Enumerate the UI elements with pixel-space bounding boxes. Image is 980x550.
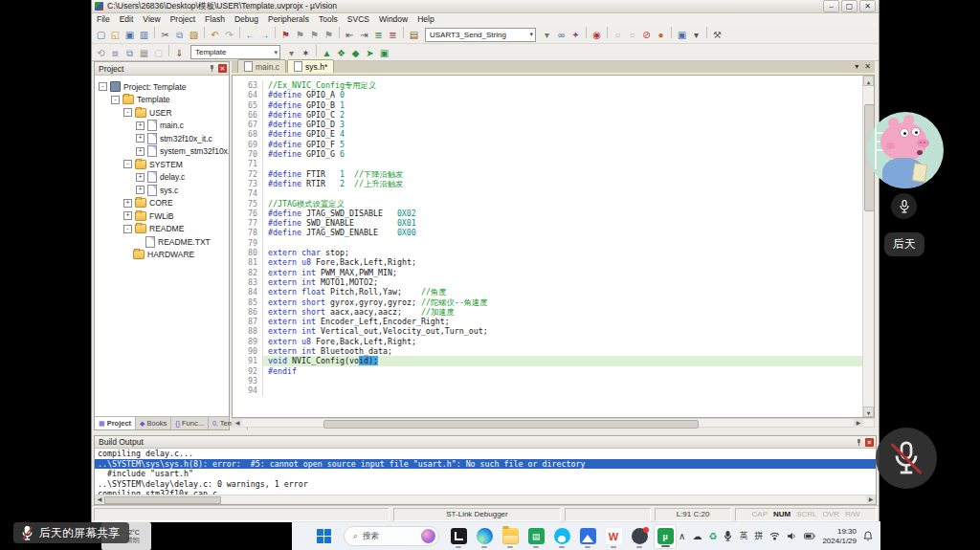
expand-icon[interactable]: + <box>136 186 145 194</box>
menu-project[interactable]: Project <box>166 13 200 26</box>
editor-tab-mainc[interactable]: main.c <box>237 59 286 73</box>
pin-icon[interactable] <box>856 439 862 446</box>
maximize-button[interactable]: ▢ <box>841 0 858 12</box>
collapse-icon[interactable]: - <box>99 82 107 91</box>
taskbar-app-dark-badge[interactable] <box>628 524 651 549</box>
redo-icon[interactable]: ↷ <box>222 29 236 42</box>
menu-flash[interactable]: Flash <box>200 13 230 26</box>
translate-file-icon[interactable]: ⟲ <box>94 47 108 60</box>
taskbar-app-wps[interactable]: W <box>602 524 625 549</box>
horizontal-scrollbar[interactable]: ◀ ▶ <box>232 418 875 428</box>
nav-back-icon[interactable]: ← <box>243 29 257 42</box>
undo-icon[interactable]: ↶ <box>208 29 222 42</box>
tree-item-core[interactable]: +CORE <box>95 197 229 210</box>
tree-item-project-template[interactable]: -Project: Template <box>95 80 229 94</box>
build-output-scrollbar[interactable]: ◀ ▶ <box>95 495 876 504</box>
close-button[interactable]: ✕ <box>859 0 876 12</box>
start-button[interactable] <box>317 529 332 544</box>
cut-icon[interactable]: ✂ <box>158 29 172 42</box>
menu-tools[interactable]: Tools <box>314 13 343 26</box>
indent-icon[interactable]: ⇥ <box>357 29 371 42</box>
tray-expand-icon[interactable]: ∧ <box>679 532 685 541</box>
panel-tab-project[interactable]: ▦Project <box>95 417 136 429</box>
build-icon[interactable]: ⧈ <box>108 47 122 60</box>
vertical-scrollbar[interactable]: ▲ ▼ <box>862 76 874 417</box>
wifi-icon[interactable] <box>769 532 780 540</box>
menu-edit[interactable]: Edit <box>115 13 139 26</box>
expand-icon[interactable]: + <box>136 134 145 143</box>
cloud-icon[interactable]: ☁ <box>692 532 702 541</box>
taskbar-app-qq[interactable] <box>550 524 573 549</box>
menu-view[interactable]: View <box>138 13 165 26</box>
build-log-line[interactable]: compiling delay.c... <box>95 449 876 459</box>
taskbar-app-blue-meeting[interactable] <box>576 524 599 549</box>
new-file-icon[interactable]: ▢ <box>94 29 108 42</box>
tree-item-delay-c[interactable]: +delay.c <box>95 171 229 185</box>
tree-item-main-c[interactable]: +main.c <box>95 120 229 133</box>
configure-wrench-icon[interactable]: ⚒ <box>710 29 724 42</box>
batch-build-icon[interactable]: ▦ <box>137 47 151 60</box>
target-dropdown-icon[interactable]: ▾ <box>284 47 299 60</box>
tree-item-readme[interactable]: -README <box>95 223 229 236</box>
panel-tab-books[interactable]: ◆Books <box>136 417 171 429</box>
expand-icon[interactable]: + <box>136 173 145 182</box>
tree-item-sys-c[interactable]: +sys.c <box>95 184 229 197</box>
microphone-tray-icon[interactable] <box>724 531 732 541</box>
breakpoint-kill-icon[interactable]: ⊘ <box>639 29 654 42</box>
bookmark-clear-icon[interactable]: ⚑ <box>322 29 336 42</box>
function-search-combo[interactable]: USART3_Send_String ▾ <box>425 28 536 42</box>
bookmark-next-icon[interactable]: ⚑ <box>307 29 322 42</box>
open-file-icon[interactable]: ◱ <box>108 29 122 42</box>
taskbar-app-keil[interactable]: µ <box>654 524 677 549</box>
scroll-up-icon[interactable]: ▲ <box>863 76 874 86</box>
save-icon[interactable]: ▣ <box>122 29 137 42</box>
options-target-icon[interactable]: ✶ <box>299 47 313 60</box>
download-flash-icon[interactable]: ⇓ <box>172 47 187 60</box>
debug-search-icon[interactable]: ◉ <box>590 29 604 42</box>
breakpoint-stop-icon[interactable]: ● <box>654 29 668 42</box>
search-highlights-icon[interactable] <box>421 529 435 543</box>
build-output-scroll-thumb[interactable] <box>104 496 221 504</box>
scroll-down-icon[interactable]: ▼ <box>863 407 874 417</box>
taskbar-app-edge[interactable] <box>473 524 496 549</box>
expand-icon[interactable]: + <box>123 211 132 220</box>
menu-window[interactable]: Window <box>374 13 412 26</box>
editor-tab-sysh[interactable]: sys.h* <box>287 59 334 73</box>
tree-item-system[interactable]: -SYSTEM <box>95 158 229 171</box>
horizontal-scroll-thumb[interactable] <box>323 420 699 429</box>
target-select-combo[interactable]: Template ▾ <box>190 45 280 59</box>
books-stack-icon[interactable]: ▤ <box>407 29 421 42</box>
build-error-line[interactable]: ..\SYSTEM\sys\sys.h(8): error: #5: canno… <box>95 459 876 470</box>
battery-icon[interactable] <box>804 532 815 540</box>
editor-menu-icon[interactable]: ▾ <box>855 62 858 71</box>
copy-icon[interactable]: ⧉ <box>172 29 187 42</box>
tree-item-template[interactable]: -Template <box>95 94 229 107</box>
menu-debug[interactable]: Debug <box>230 13 263 26</box>
window-layout-icon[interactable]: ▣ <box>675 29 689 42</box>
paste-icon[interactable]: ▨ <box>187 29 201 42</box>
bookmark-toggle-icon[interactable]: ⚑ <box>278 29 293 42</box>
editor-close-icon[interactable]: ✕ <box>864 62 871 71</box>
ime-language-indicator[interactable]: 英 <box>739 530 747 542</box>
file-extensions-icon[interactable]: ▲ <box>320 47 334 60</box>
unindent-icon[interactable]: ⇤ <box>343 29 357 42</box>
menu-help[interactable]: Help <box>412 13 438 26</box>
build-log-line[interactable]: ..\SYSTEM\delay\delay.c: 0 warnings, 1 e… <box>95 479 876 490</box>
multi-project-icon[interactable]: ❖ <box>334 47 348 60</box>
tree-item-user[interactable]: -USER <box>95 106 229 120</box>
tree-item-fwlib[interactable]: +FWLiB <box>95 209 229 223</box>
sync-icon[interactable]: ♻ <box>708 532 717 541</box>
pack-installer-icon[interactable]: ◆ <box>348 47 363 60</box>
volume-icon[interactable] <box>787 532 797 540</box>
menu-file[interactable]: File <box>92 13 115 26</box>
books-green-icon[interactable]: ▣ <box>377 47 391 60</box>
mute-microphone-button[interactable] <box>876 428 937 489</box>
nav-forward-icon[interactable]: → <box>257 29 272 42</box>
taskbar-search[interactable]: ⌕ 搜索 <box>344 526 439 546</box>
find-dropdown-icon[interactable]: ▾ <box>540 29 554 42</box>
scroll-right-icon[interactable]: ▶ <box>866 495 876 504</box>
expand-icon[interactable]: + <box>136 121 145 130</box>
minimize-button[interactable]: – <box>823 0 839 12</box>
pin-icon[interactable] <box>209 65 215 72</box>
tree-item-readme-txt[interactable]: README.TXT <box>95 235 229 249</box>
